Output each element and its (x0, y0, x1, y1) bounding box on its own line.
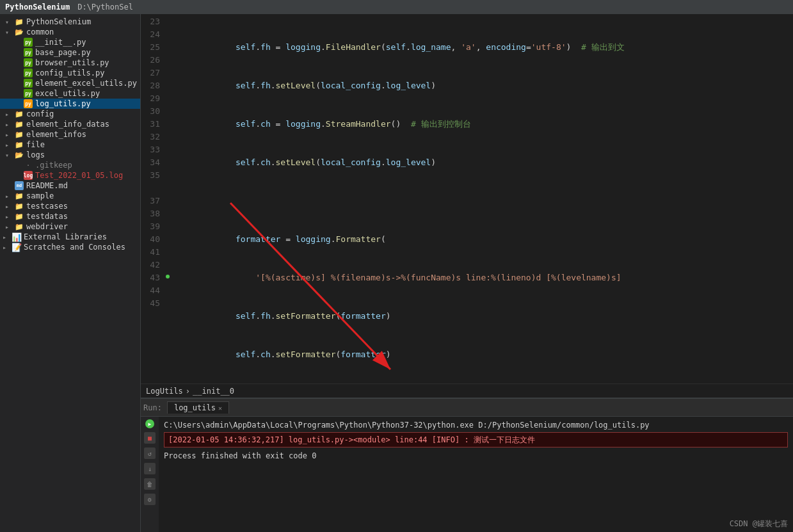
sidebar-item-webdriver[interactable]: ▸ 📁 webdriver (0, 222, 140, 232)
rerun-button[interactable]: ↺ (144, 447, 156, 459)
sidebar-item-logs[interactable]: ▾ 📂 logs (0, 150, 140, 160)
sidebar-item-testdatas[interactable]: ▸ 📁 testdatas (0, 211, 140, 222)
sidebar-item-log-utils[interactable]: py log_utils.py (0, 99, 140, 109)
sidebar-item-element-info-datas[interactable]: ▸ 📁 element_info_datas (0, 119, 140, 129)
console-gutter: ▶ ■ ↺ ↓ 🗑 ⚙ (141, 417, 159, 532)
sidebar-item-file[interactable]: ▸ 📁 file (0, 140, 140, 150)
clear-button[interactable]: 🗑 (144, 478, 156, 490)
sidebar-item-excel-utils[interactable]: py excel_utils.py (0, 88, 140, 99)
project-title: PythonSelenium (5, 3, 70, 12)
settings-button[interactable]: ⚙ (144, 494, 156, 505)
sidebar-item-scratches[interactable]: ▸ 📝 Scratches and Consoles (0, 242, 140, 252)
sidebar-item-project[interactable]: ▾ 📁 PythonSelenium (0, 17, 140, 27)
scroll-to-end-button[interactable]: ↓ (144, 463, 156, 474)
console-area: ▶ ■ ↺ ↓ 🗑 ⚙ C:\Users\admin\AppData\Local… (141, 417, 793, 532)
sidebar-item-gitkeep[interactable]: · .gitkeep (0, 160, 140, 170)
close-icon[interactable]: ✕ (218, 405, 222, 412)
breadcrumb: LogUtils › __init__0 (141, 383, 793, 398)
sidebar-item-sample[interactable]: ▸ 📁 sample (0, 191, 140, 201)
top-bar: PythonSelenium D:\PythonSel (0, 0, 793, 14)
sidebar-item-config[interactable]: ▸ 📁 config (0, 109, 140, 119)
project-path: D:\PythonSel (77, 3, 133, 12)
run-tab-label: log_utils (174, 403, 216, 412)
sidebar-item-element-excel-utils[interactable]: py element_excel_utils.py (0, 78, 140, 88)
console-text-area: C:\Users\admin\AppData\Local\Programs\Py… (159, 417, 793, 532)
stop-button[interactable]: ■ (144, 432, 156, 444)
sidebar-item-test-log[interactable]: log Test_2022_01_05.log (0, 170, 140, 181)
sidebar-item-config-utils[interactable]: py config_utils.py (0, 68, 140, 78)
bottom-panel: Run: log_utils ✕ ▶ ■ ↺ ↓ 🗑 ⚙ C (141, 398, 793, 532)
breadcrumb-class: LogUtils (146, 387, 183, 396)
sidebar-item-common[interactable]: ▾ 📂 common (0, 27, 140, 37)
breadcrumb-method: __init__0 (193, 387, 234, 396)
watermark: CSDN @罐装七喜 (730, 519, 788, 529)
code-editor: 23 24 25 26 27 28 29 30 31 32 33 34 35 3… (141, 14, 793, 398)
console-exit-line: Process finished with exit code 0 (164, 450, 788, 462)
run-tab-bar: Run: log_utils ✕ (141, 399, 793, 417)
play-button[interactable]: ▶ (145, 419, 154, 428)
console-cmd-line: C:\Users\admin\AppData\Local\Programs\Py… (164, 419, 788, 431)
sidebar-item-readme[interactable]: md README.md (0, 181, 140, 191)
sidebar-item-base-page[interactable]: py base_page.py (0, 47, 140, 58)
sidebar-item-element-infos[interactable]: ▸ 📁 element_infos (0, 129, 140, 140)
run-label: Run: (143, 403, 162, 412)
sidebar: ▾ 📁 PythonSelenium ▾ 📂 common py __init_… (0, 14, 141, 532)
run-tab[interactable]: log_utils ✕ (167, 401, 229, 414)
line-numbers: 23 24 25 26 27 28 29 30 31 32 33 34 35 3… (141, 14, 165, 383)
code-content[interactable]: self.fh = logging.FileHandler(self.log_n… (170, 14, 793, 383)
sidebar-item-browser-utils[interactable]: py browser_utils.py (0, 58, 140, 68)
console-output: [2022-01-05 14:36:32,217] log_utils.py->… (164, 432, 788, 447)
sidebar-item-testcases[interactable]: ▸ 📁 testcases (0, 201, 140, 211)
sidebar-item-init[interactable]: py __init__.py (0, 37, 140, 47)
sidebar-item-external-libraries[interactable]: ▸ 📊 External Libraries (0, 232, 140, 242)
